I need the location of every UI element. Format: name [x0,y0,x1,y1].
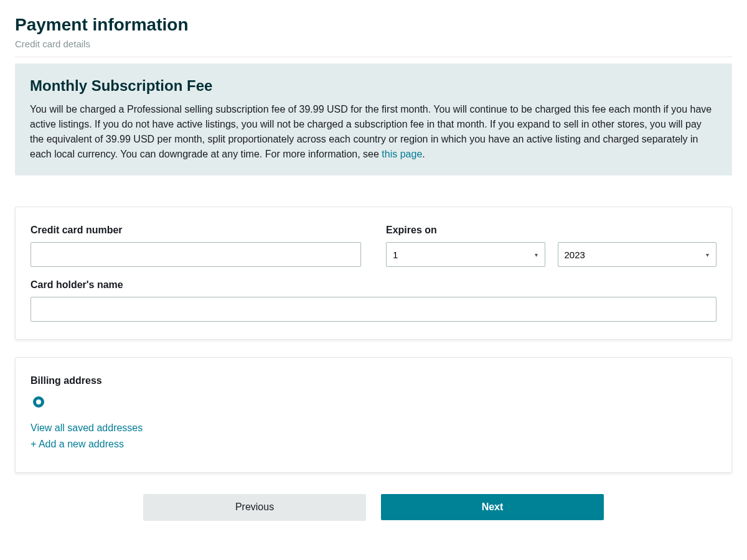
divider [15,57,732,57]
this-page-link[interactable]: this page [382,149,422,159]
expires-month-select[interactable]: 1 [386,242,545,267]
info-box-title: Monthly Subscription Fee [30,77,717,95]
info-box-body: You will be charged a Professional selli… [30,102,717,162]
expires-year-select[interactable]: 2023 [558,242,717,267]
cardholder-label: Card holder's name [31,279,716,291]
card-details-panel: Credit card number Expires on 1 ▾ 2023 ▾ [15,207,732,340]
billing-address-label: Billing address [31,375,716,386]
add-new-address-link[interactable]: + Add a new address [31,439,716,450]
next-button[interactable]: Next [381,494,604,520]
footer-buttons: Previous Next [15,494,732,520]
page-subtitle: Credit card details [15,39,732,49]
previous-button[interactable]: Previous [143,494,366,520]
info-body-text: You will be charged a Professional selli… [30,104,712,159]
cc-number-label: Credit card number [31,225,361,236]
page-title: Payment information [15,15,732,35]
billing-address-panel: Billing address View all saved addresses… [15,357,732,473]
view-saved-addresses-link[interactable]: View all saved addresses [31,422,716,434]
expires-label: Expires on [386,225,716,236]
info-body-suffix: . [422,149,425,159]
billing-address-radio[interactable] [33,396,44,408]
subscription-fee-info: Monthly Subscription Fee You will be cha… [15,63,732,175]
cc-number-input[interactable] [31,242,361,267]
cardholder-input[interactable] [31,297,716,322]
